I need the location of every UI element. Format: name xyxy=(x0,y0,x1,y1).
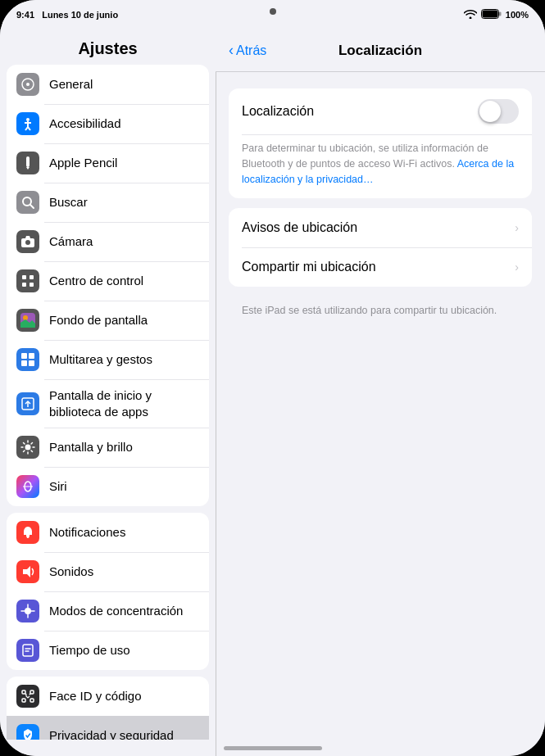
notificaciones-label: Notificaciones xyxy=(49,524,199,541)
status-time-date: 9:41 Lunes 10 de junio xyxy=(16,10,118,20)
avisos-chevron-icon: › xyxy=(515,221,519,234)
apple-pencil-icon xyxy=(16,152,39,174)
sidebar-list: GeneralAccesibilidadApple PencilBuscarCá… xyxy=(0,65,216,740)
svg-marker-11 xyxy=(26,167,30,170)
main-content: Ajustes GeneralAccesibilidadApple Pencil… xyxy=(0,29,545,740)
svg-rect-44 xyxy=(23,645,33,656)
svg-line-36 xyxy=(31,443,33,445)
pantalla-brillo-label: Pantalla y brillo xyxy=(49,439,199,455)
general-label: General xyxy=(49,76,199,93)
concentracion-label: Modos de concentración xyxy=(49,603,199,619)
faceid-icon xyxy=(16,685,39,708)
bottom-bar xyxy=(0,740,545,756)
sidebar-item-siri[interactable]: Siri xyxy=(7,467,209,506)
svg-line-13 xyxy=(30,205,34,208)
back-button[interactable]: ‹ Atrás xyxy=(229,42,266,59)
buscar-label: Buscar xyxy=(49,194,199,211)
avisos-row[interactable]: Avisos de ubicación › xyxy=(229,208,532,247)
svg-line-35 xyxy=(31,450,33,452)
svg-rect-47 xyxy=(22,690,25,694)
sidebar-item-general[interactable]: General xyxy=(7,65,209,104)
sidebar-item-privacidad[interactable]: Privacidad y seguridad xyxy=(7,716,209,740)
svg-rect-24 xyxy=(29,353,34,359)
status-date: Lunes 10 de junio xyxy=(42,10,118,20)
back-chevron-icon: ‹ xyxy=(229,42,234,59)
siri-label: Siri xyxy=(49,478,199,495)
privacy-link[interactable]: Acerca de la localización y la privacida… xyxy=(242,158,514,185)
localizacion-section: Localización Para determinar tu ubicació… xyxy=(229,88,532,198)
ipad-frame: 9:41 Lunes 10 de junio 100% xyxy=(0,0,545,756)
localizacion-label: Localización xyxy=(242,104,478,119)
localizacion-description: Para determinar tu ubicación, se utiliza… xyxy=(229,134,532,198)
localizacion-row: Localización xyxy=(229,88,532,134)
sidebar-item-apple-pencil[interactable]: Apple Pencil xyxy=(7,143,209,183)
apple-pencil-label: Apple Pencil xyxy=(49,155,199,171)
svg-marker-42 xyxy=(23,566,30,577)
sharing-description: Este iPad se está utilizando para compar… xyxy=(229,297,532,319)
svg-rect-17 xyxy=(22,275,26,279)
pane-divider xyxy=(216,29,216,740)
battery-icon xyxy=(481,9,502,20)
svg-rect-50 xyxy=(30,699,34,702)
fondo-label: Fondo de pantalla xyxy=(49,312,199,328)
svg-rect-26 xyxy=(29,360,34,366)
sidebar-item-buscar[interactable]: Buscar xyxy=(7,183,209,222)
svg-point-41 xyxy=(27,536,30,538)
sidebar-item-pantalla-inicio[interactable]: Pantalla de inicio y biblioteca de apps xyxy=(7,379,209,428)
location-options-section: Avisos de ubicación › Compartir mi ubica… xyxy=(229,208,532,287)
privacidad-icon xyxy=(16,724,39,740)
battery-percent: 100% xyxy=(506,10,529,20)
sidebar-item-accesibilidad[interactable]: Accesibilidad xyxy=(7,104,209,143)
pantalla-inicio-label: Pantalla de inicio y biblioteca de apps xyxy=(49,387,199,419)
wifi-icon xyxy=(464,9,477,20)
svg-rect-1 xyxy=(499,12,502,16)
pantalla-brillo-icon xyxy=(16,436,39,459)
sidebar-item-centro-control[interactable]: Centro de control xyxy=(7,261,209,301)
back-label: Atrás xyxy=(236,43,266,58)
svg-point-43 xyxy=(25,608,31,614)
privacidad-label: Privacidad y seguridad xyxy=(49,727,199,740)
svg-rect-48 xyxy=(30,690,34,694)
centro-control-label: Centro de control xyxy=(49,273,199,289)
general-icon xyxy=(16,73,39,96)
sidebar-item-multitarea[interactable]: Multitarea y gestos xyxy=(7,340,209,379)
svg-point-5 xyxy=(26,118,30,121)
tiempo-uso-label: Tiempo de uso xyxy=(49,642,199,659)
sidebar-item-sonidos[interactable]: Sonidos xyxy=(7,552,209,591)
sidebar-item-fondo[interactable]: Fondo de pantalla xyxy=(7,301,209,340)
sonidos-icon xyxy=(16,560,39,583)
buscar-icon xyxy=(16,191,39,214)
avisos-label: Avisos de ubicación xyxy=(242,220,515,235)
sidebar-item-notificaciones[interactable]: Notificaciones xyxy=(7,513,209,552)
svg-marker-15 xyxy=(25,236,30,238)
camara-icon xyxy=(16,230,39,253)
svg-rect-18 xyxy=(30,275,34,279)
svg-line-37 xyxy=(24,450,25,452)
svg-point-4 xyxy=(26,83,30,86)
multitarea-label: Multitarea y gestos xyxy=(49,351,199,368)
localizacion-toggle[interactable] xyxy=(478,99,519,124)
svg-rect-23 xyxy=(21,353,27,359)
toggle-knob xyxy=(479,101,501,122)
svg-rect-49 xyxy=(22,699,25,702)
detail-content: Localización Para determinar tu ubicació… xyxy=(216,72,545,740)
fondo-icon xyxy=(16,309,39,332)
detail-title: Localización xyxy=(338,43,422,59)
compartir-chevron-icon: › xyxy=(515,260,519,274)
svg-rect-19 xyxy=(22,283,26,287)
sidebar-item-pantalla-brillo[interactable]: Pantalla y brillo xyxy=(7,428,209,467)
sidebar-item-camara[interactable]: Cámara xyxy=(7,222,209,261)
svg-rect-2 xyxy=(482,11,497,18)
sidebar-item-concentracion[interactable]: Modos de concentración xyxy=(7,591,209,631)
sidebar-title: Ajustes xyxy=(0,29,216,65)
camara-label: Cámara xyxy=(49,233,199,250)
notificaciones-icon xyxy=(16,521,39,544)
pantalla-inicio-icon xyxy=(16,392,39,415)
sidebar-item-tiempo-uso[interactable]: Tiempo de uso xyxy=(7,631,209,670)
concentracion-icon xyxy=(16,600,39,622)
sidebar-section-1: NotificacionesSonidosModos de concentrac… xyxy=(7,513,209,670)
svg-rect-25 xyxy=(21,360,27,366)
sidebar-item-faceid[interactable]: Face ID y código xyxy=(7,677,209,716)
status-bar: 9:41 Lunes 10 de junio 100% xyxy=(0,0,545,29)
compartir-row[interactable]: Compartir mi ubicación › xyxy=(229,247,532,287)
